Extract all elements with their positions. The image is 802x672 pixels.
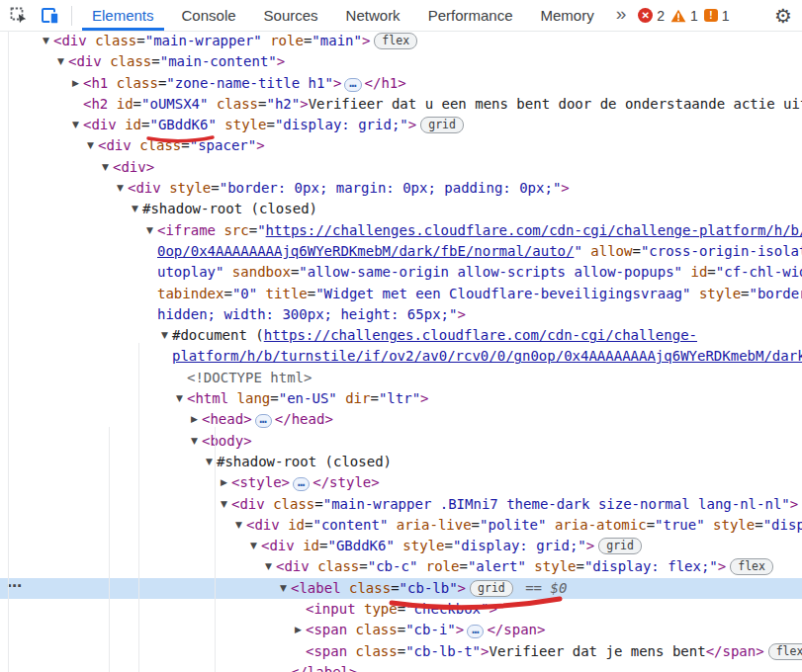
dom-tree-row[interactable]: ▼<div class="main-content"> <box>0 51 802 72</box>
dom-tree-row[interactable]: ▼#document (https://challenges.cloudflar… <box>0 325 802 346</box>
collapse-arrow-icon[interactable]: ▼ <box>143 220 156 241</box>
dom-tree-row[interactable]: ▼<div class="cb-c" role="alert" style="d… <box>0 556 802 577</box>
flex-layout-badge[interactable]: flex <box>730 558 773 575</box>
code-token: lang <box>228 390 270 406</box>
dom-tree-row[interactable]: ▼<div id="GBddK6" style="display: grid;"… <box>0 536 802 556</box>
expand-arrow-icon[interactable]: ▶ <box>218 472 230 493</box>
dom-tree-row-selected[interactable]: ▼⋯<label class="cb-lb">grid == $0 <box>0 578 802 599</box>
dom-tree-row[interactable]: hidden; width: 300px; height: 65px;"> <box>0 304 802 325</box>
dom-tree-row[interactable]: platform/h/b/turnstile/if/ov2/av0/rcv0/0… <box>0 346 802 367</box>
tab-memory[interactable]: Memory <box>527 0 608 31</box>
error-count: 2 <box>657 8 665 24</box>
tab-network[interactable]: Network <box>332 0 414 31</box>
code-token: "content" <box>312 517 388 533</box>
expand-arrow-icon[interactable]: ▶ <box>69 73 82 94</box>
dom-tree-row[interactable]: ▼#shadow-root (closed) <box>0 199 802 219</box>
dom-tree-row[interactable]: </label> <box>0 662 802 672</box>
collapse-arrow-icon[interactable]: ▼ <box>129 199 141 219</box>
collapse-arrow-icon[interactable]: ▼ <box>277 578 290 599</box>
code-token: = <box>266 117 274 132</box>
collapse-arrow-icon[interactable]: ▼ <box>218 494 230 515</box>
inspect-element-icon[interactable] <box>6 3 32 29</box>
dom-tree-row[interactable]: <span class="cb-lb-t">Verifieer dat je m… <box>0 641 802 662</box>
dom-tree-row[interactable]: <!DOCTYPE html> <box>0 368 802 388</box>
resource-link[interactable]: https://challenges.cloudflare.com/cdn-cg… <box>264 327 697 343</box>
code-token: class <box>108 75 158 91</box>
dom-tree-row[interactable]: <input type="checkbox"> <box>0 599 802 620</box>
resource-link[interactable]: https://challenges.cloudflare.com/cdn-cg… <box>266 222 802 238</box>
code-token: "main-wrapper" <box>145 33 262 48</box>
dom-tree-row[interactable]: 0op/0x4AAAAAAAAjq6WYeRDKmebM/dark/fbE/no… <box>0 241 802 262</box>
flex-layout-badge[interactable]: flex <box>768 643 802 660</box>
tab-elements[interactable]: Elements <box>78 0 168 31</box>
dom-tree-row[interactable]: <h2 id="oUMSX4" class="h2">Verifieer dat… <box>0 94 802 115</box>
dom-tree-row[interactable]: ▼<div id="GBddK6" style="display: grid;"… <box>0 115 802 135</box>
code-token: > <box>489 601 496 617</box>
collapse-arrow-icon[interactable]: ▼ <box>114 178 127 199</box>
code-token: utoplay" <box>157 264 223 280</box>
code-token: <div <box>261 538 295 553</box>
dom-tree-row[interactable]: ▶<style>…</style> <box>0 472 802 493</box>
collapse-arrow-icon[interactable]: ▼ <box>54 51 67 72</box>
code-token: dir <box>337 390 371 406</box>
grid-layout-badge[interactable]: grid <box>598 538 642 554</box>
row-menu-dots-icon[interactable]: ⋯ <box>7 576 23 597</box>
expand-inline-ellipsis-icon[interactable]: … <box>293 477 310 491</box>
dom-tree-row[interactable]: ▶<head>…</head> <box>0 409 802 430</box>
dom-tree-row[interactable]: ▼<div class="main-wrapper .BIMni7 theme-… <box>0 494 802 515</box>
dom-tree-row[interactable]: ▼<iframe src="https://challenges.cloudfl… <box>0 220 802 241</box>
collapse-arrow-icon[interactable]: ▼ <box>247 536 260 556</box>
code-token: <span <box>306 622 347 637</box>
dom-tree-row[interactable]: ▼<div> <box>0 157 802 178</box>
collapse-arrow-icon[interactable]: ▼ <box>40 31 52 51</box>
grid-layout-badge[interactable]: grid <box>420 117 464 133</box>
collapse-arrow-icon[interactable]: ▼ <box>69 115 82 135</box>
dom-tree-row[interactable]: ▼<div class="spacer"> <box>0 135 802 156</box>
code-token: </style> <box>312 474 379 490</box>
expand-arrow-icon[interactable]: ▶ <box>292 620 305 640</box>
more-tabs-icon[interactable]: » <box>616 3 627 25</box>
code-token: class <box>310 558 360 574</box>
indent-guide-line <box>8 31 9 672</box>
dom-tree-row[interactable]: utoplay" sandbox="allow-same-origin allo… <box>0 262 802 283</box>
dom-tree-row[interactable]: ▼#shadow-root (closed) <box>0 452 802 472</box>
settings-gear-icon[interactable]: ⚙ <box>774 6 792 26</box>
code-token: " <box>257 222 265 238</box>
expand-inline-ellipsis-icon[interactable]: … <box>344 78 361 92</box>
code-token: > <box>300 96 308 112</box>
code-token: class <box>347 643 398 659</box>
dom-tree-row[interactable]: ▼<body> <box>0 431 802 452</box>
toggle-device-toolbar-icon[interactable] <box>38 3 63 29</box>
grid-layout-badge[interactable]: grid <box>470 580 513 597</box>
collapse-arrow-icon[interactable]: ▼ <box>158 325 171 346</box>
issues-button[interactable]: ! 1 <box>704 8 730 24</box>
dom-tree-row[interactable]: tabindex="0" title="Widget met een Cloud… <box>0 284 802 304</box>
code-token: = <box>398 643 405 659</box>
dom-tree-row[interactable]: ▼<div id="content" aria-live="polite" ar… <box>0 515 802 536</box>
resource-link[interactable]: 0op/0x4AAAAAAAAjq6WYeRDKmebM/dark/fbE/no… <box>157 243 574 259</box>
resource-link[interactable]: platform/h/b/turnstile/if/ov2/av0/rcv0/0… <box>172 348 802 364</box>
collapse-arrow-icon[interactable]: ▼ <box>173 388 186 409</box>
expand-arrow-icon[interactable]: ▶ <box>188 409 201 430</box>
collapse-arrow-icon[interactable]: ▼ <box>99 157 112 178</box>
expand-inline-ellipsis-icon[interactable]: … <box>467 625 484 638</box>
flex-layout-badge[interactable]: flex <box>374 33 417 49</box>
dom-tree-row[interactable]: ▼<html lang="en-US" dir="ltr"> <box>0 388 802 409</box>
collapse-arrow-icon[interactable]: ▼ <box>84 135 97 156</box>
collapse-arrow-icon[interactable]: ▼ <box>188 431 201 452</box>
dom-tree-row[interactable]: ▼<div class="main-wrapper" role="main">f… <box>0 31 802 51</box>
tab-performance[interactable]: Performance <box>414 0 527 31</box>
dom-tree-row[interactable]: ▼<div style="border: 0px; margin: 0px; p… <box>0 178 802 199</box>
collapse-arrow-icon[interactable]: ▼ <box>262 556 275 577</box>
code-token: "zone-name-title h1" <box>166 75 333 91</box>
tab-sources[interactable]: Sources <box>250 0 332 31</box>
dom-tree-row[interactable]: ▶<h1 class="zone-name-title h1">…</h1> <box>0 73 802 94</box>
console-warnings-button[interactable]: 1 <box>670 8 698 24</box>
code-token: "cross-origin-isolated <box>641 243 802 259</box>
console-errors-button[interactable]: ✕ 2 <box>638 8 665 24</box>
dom-tree-row[interactable]: ▶<span class="cb-i">…</span> <box>0 620 802 640</box>
collapse-arrow-icon[interactable]: ▼ <box>232 515 245 536</box>
tab-console[interactable]: Console <box>168 0 250 31</box>
expand-inline-ellipsis-icon[interactable]: … <box>255 414 272 428</box>
code-token: "main-wrapper .BIMni7 theme-dark size-no… <box>323 496 790 512</box>
